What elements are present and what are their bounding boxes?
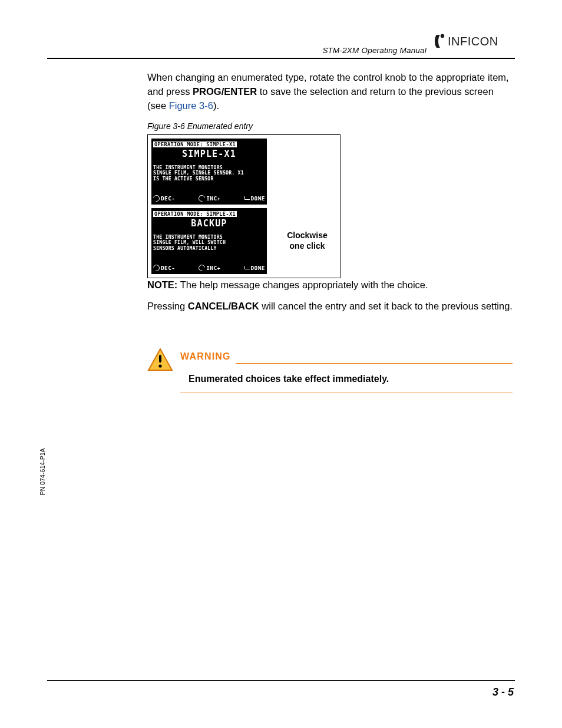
enter-icon xyxy=(244,264,251,272)
svg-point-0 xyxy=(441,34,444,38)
knob-cw-icon xyxy=(199,264,206,272)
lcd2-value: BACKUP xyxy=(153,218,265,230)
enter-icon xyxy=(244,195,251,203)
paragraph-2: Pressing CANCEL/BACK will cancel the ent… xyxy=(147,299,513,314)
knob-ccw-icon xyxy=(153,264,161,272)
lcd1-value: SIMPLE-X1 xyxy=(153,148,265,161)
figure-caption: Figure 3-6 Enumerated entry xyxy=(147,120,513,132)
header-rule xyxy=(47,58,515,59)
warning-text: Enumerated choices take effect immediate… xyxy=(189,374,513,384)
svg-rect-2 xyxy=(159,355,161,363)
brand-logo: INFICON xyxy=(432,32,515,50)
figure-side-label: Clockwise one click xyxy=(275,135,340,278)
figure-3-6: OPERATION MODE: SIMPLE-X1 SIMPLE-X1 THE … xyxy=(147,134,340,278)
lcd-screen-1: OPERATION MODE: SIMPLE-X1 SIMPLE-X1 THE … xyxy=(151,139,267,205)
brand-text: INFICON xyxy=(448,35,498,48)
note: NOTE: The help message changes appropria… xyxy=(147,278,513,292)
warning-icon xyxy=(147,348,173,371)
manual-title: STM-2XM Operating Manual xyxy=(322,46,427,55)
lcd2-header: OPERATION MODE: SIMPLE-X1 xyxy=(153,211,237,217)
lcd-screen-2: OPERATION MODE: SIMPLE-X1 BACKUP THE INS… xyxy=(151,208,267,274)
svg-point-3 xyxy=(158,364,161,367)
footer-rule xyxy=(47,680,515,681)
figure-3-6-link[interactable]: Figure 3-6 xyxy=(169,100,213,111)
warning-heading: WARNING xyxy=(180,351,231,362)
part-number: PN 074-614-P1A xyxy=(39,448,46,495)
lcd1-header: OPERATION MODE: SIMPLE-X1 xyxy=(153,141,237,147)
page-number: 3 - 5 xyxy=(492,686,514,699)
knob-cw-icon xyxy=(199,195,206,203)
knob-ccw-icon xyxy=(153,195,161,203)
paragraph-1: When changing an enumerated type, rotate… xyxy=(147,71,513,113)
